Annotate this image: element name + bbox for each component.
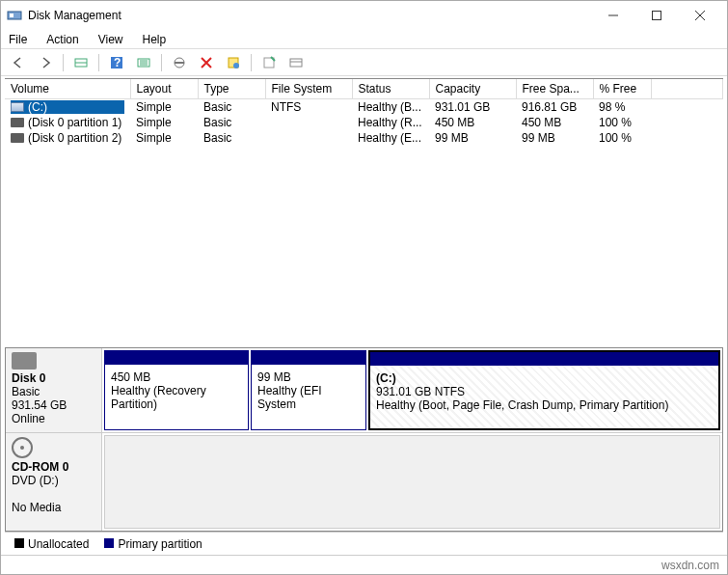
cell-fs [265,115,352,130]
list-button[interactable] [284,52,308,73]
disk0-label[interactable]: Disk 0 Basic 931.54 GB Online [6,348,102,432]
col-type[interactable]: Type [198,79,265,99]
delete-button[interactable] [195,52,218,73]
legend-primary: Primary partition [104,537,202,551]
legend: Unallocated Primary partition [5,532,723,555]
attribution: wsxdn.com [661,559,719,572]
swatch-black [14,538,24,548]
footer: wsxdn.com [1,555,727,574]
cdrom-type: DVD (D:) [12,474,59,487]
maximize-button[interactable] [634,2,678,29]
partition-efi[interactable]: 99 MB Healthy (EFI System [251,350,366,430]
close-button[interactable] [678,2,721,29]
svg-rect-12 [175,62,184,64]
legend-unallocated: Unallocated [14,537,89,551]
part2-status: Healthy (EFI System [257,384,322,411]
table-header-row: Volume Layout Type File System Status Ca… [5,79,723,99]
refresh-button[interactable] [132,52,155,73]
cell-status: Healthy (E... [352,130,429,146]
partition-stripe [370,352,718,366]
col-status[interactable]: Status [352,79,429,99]
col-layout[interactable]: Layout [130,79,198,99]
volume-name: (C:) [28,100,47,114]
svg-rect-16 [290,59,302,67]
table-row[interactable]: (C:)SimpleBasicNTFSHealthy (B...931.01 G… [5,99,723,116]
cell-status: Healthy (R... [352,115,429,130]
partition-stripe [252,351,365,365]
minimize-button[interactable] [591,2,634,29]
cell-free: 916.81 GB [516,99,593,116]
swatch-navy [104,538,114,548]
cell-capacity: 931.01 GB [429,99,516,116]
cdrom-label[interactable]: CD-ROM 0 DVD (D:) No Media [6,433,102,531]
hdd-icon [11,133,24,143]
col-volume[interactable]: Volume [5,79,130,99]
disk0-type: Basic [12,385,40,398]
cdrom-empty [104,435,720,529]
cdrom-icon [12,437,33,458]
disk-graphical-pane: Disk 0 Basic 931.54 GB Online 450 MB Hea… [5,348,723,532]
new-button[interactable] [257,52,281,73]
menu-view[interactable]: View [96,31,125,48]
menu-bar: File Action View Help [1,30,727,49]
disk-row-disk0[interactable]: Disk 0 Basic 931.54 GB Online 450 MB Hea… [6,348,722,433]
menu-help[interactable]: Help [141,31,169,48]
col-filesystem[interactable]: File System [265,79,352,99]
separator [63,54,64,71]
svg-rect-1 [10,14,13,17]
col-pct-free[interactable]: % Free [593,79,651,99]
cell-type: Basic [198,99,265,116]
app-icon [7,8,22,23]
cell-type: Basic [198,115,265,130]
svg-rect-3 [652,12,661,20]
cell-capacity: 99 MB [429,130,516,146]
disk-row-cdrom[interactable]: CD-ROM 0 DVD (D:) No Media [6,433,722,531]
cdrom-title: CD-ROM 0 [12,460,68,474]
cdrom-partitions [102,433,722,531]
partition-recovery[interactable]: 450 MB Healthy (Recovery Partition) [104,350,249,430]
col-free-space[interactable]: Free Spa... [516,79,593,99]
toolbar: ? [1,49,727,76]
col-capacity[interactable]: Capacity [429,79,516,99]
volume-cell: (C:) [11,100,124,114]
cell-pct: 100 % [593,130,651,146]
table-row[interactable]: (Disk 0 partition 1)SimpleBasicHealthy (… [5,115,723,130]
volume-cell: (Disk 0 partition 1) [11,116,124,129]
rescan-button[interactable] [168,52,191,73]
cell-free: 450 MB [516,115,593,130]
separator [251,54,252,71]
volume-table[interactable]: Volume Layout Type File System Status Ca… [5,79,723,146]
svg-point-14 [233,63,239,68]
menu-action[interactable]: Action [44,31,80,48]
separator [161,54,162,71]
hdd-icon [11,118,24,127]
disk0-size: 931.54 GB [12,398,67,412]
cell-free: 99 MB [516,130,593,146]
window-title: Disk Management [28,9,591,22]
menu-file[interactable]: File [7,31,29,48]
cell-status: Healthy (B... [352,99,429,116]
volume-list-pane: Volume Layout Type File System Status Ca… [5,78,723,348]
cell-capacity: 450 MB [429,115,516,130]
disk0-partitions: 450 MB Healthy (Recovery Partition) 99 M… [102,348,722,432]
forward-button[interactable] [34,52,57,73]
drive-icon [11,102,24,112]
cell-fs: NTFS [265,99,352,116]
help-button[interactable]: ? [105,52,128,73]
disk0-title: Disk 0 [12,371,45,385]
table-row[interactable]: (Disk 0 partition 2)SimpleBasicHealthy (… [5,130,723,146]
title-bar: Disk Management [1,1,727,30]
cell-pct: 100 % [593,115,651,130]
cdrom-state: No Media [12,501,61,514]
back-button[interactable] [7,52,30,73]
separator [98,54,99,71]
part1-status: Healthy (Recovery Partition) [111,384,206,411]
part3-name: (C:) [376,371,396,385]
properties-button[interactable] [222,52,245,73]
part1-size: 450 MB [111,370,150,384]
cell-fs [265,130,352,146]
settings-button[interactable] [69,52,93,73]
partition-c[interactable]: (C:) 931.01 GB NTFS Healthy (Boot, Page … [368,350,720,430]
part2-size: 99 MB [257,370,291,384]
svg-text:?: ? [114,56,121,69]
